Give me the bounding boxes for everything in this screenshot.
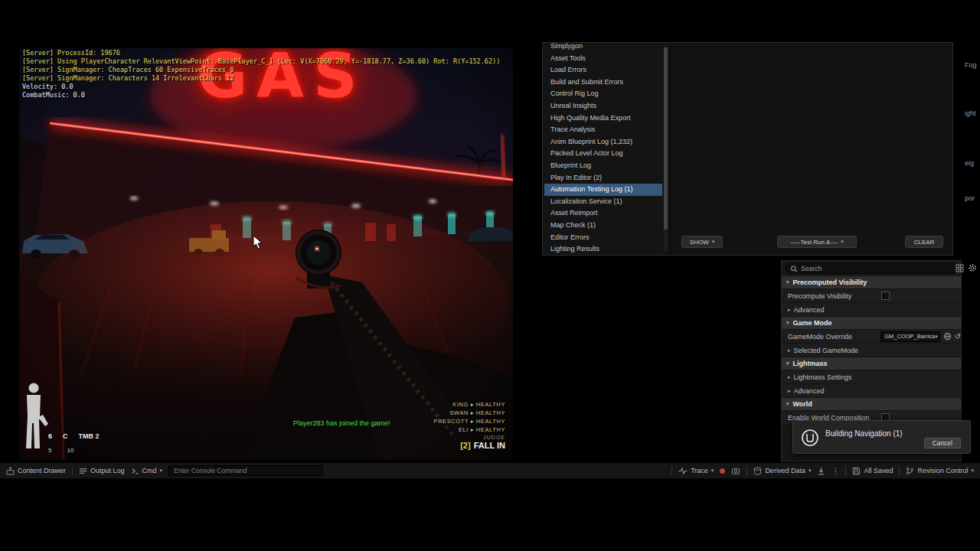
category-list-scrollbar[interactable] [664,46,668,251]
show-filter-button[interactable]: SHOW ▾ [681,236,723,248]
row-selected-gamemode[interactable]: ▸ Selected GameMode [782,344,961,357]
log-category[interactable]: Lighting Results [544,243,662,256]
all-saved-indicator[interactable]: All Saved [852,467,893,475]
cmd-label: Cmd [142,467,157,474]
separator [72,466,73,475]
mouse-cursor [253,235,263,250]
reset-to-default-icon[interactable]: ↺ [955,332,961,341]
chevron-right-icon: ▸ [788,388,791,394]
combat-music-line: CombatMusic: 0.0 [22,91,500,99]
message-log-content: SHOW ▾ -----Test Run 8---- ▾ CLEAR [670,43,952,255]
chevron-right-icon: ▸ [788,347,791,354]
chevron-down-icon: ▾ [786,401,789,407]
log-category[interactable]: Asset Reimport [544,207,662,220]
order-command-label: FALL IN [474,441,505,450]
ammo-firemode: C [63,432,68,440]
search-input[interactable] [801,265,952,272]
order-key: [2] [460,441,470,450]
log-category[interactable]: Trace Analysis [544,124,662,136]
chevron-down-icon: ▾ [712,239,715,245]
property-label: Selected GameMode [794,347,884,354]
revision-control-branch-icon [906,467,914,475]
trace-button[interactable]: Trace ▾ [678,467,714,475]
row-gamemode-override: GameMode Override GM_COOP_Barrica ▾ ↺ [782,330,961,344]
gamemode-override-dropdown[interactable]: GM_COOP_Barrica ▾ [880,331,940,342]
output-log-label: Output Log [90,467,125,474]
trace-record-icon[interactable] [720,468,725,474]
debug-line: [Server] SignManager: Characters 14 Irre… [22,74,500,83]
squad-order: JUDGE [2]FALL IN [460,435,505,450]
cmd-selector[interactable]: Cmd ▾ [131,467,163,475]
view-options-grid-icon[interactable] [956,264,964,272]
content-drawer-label: Content Drawer [18,467,66,474]
screenshot-camera-icon[interactable] [731,467,740,475]
log-category[interactable]: Map Check (1) [544,220,662,232]
chevron-down-icon: ▾ [711,468,714,474]
log-category[interactable]: Asset Tools [544,53,662,65]
chevron-right-icon: ▸ [788,307,791,313]
squad-status-list: KING ▸ HEALTHY SWAN ▸ HEALTHY PRESCOTT ▸… [434,400,505,434]
section-lightmass[interactable]: ▾ Lightmass [782,357,961,370]
clear-button[interactable]: CLEAR [905,236,943,248]
log-category[interactable]: Localization Service (1) [544,196,662,208]
soldier-stance-icon [19,381,50,454]
precompute-visibility-checkbox[interactable] [881,292,890,300]
section-game-mode[interactable]: ▾ Game Mode [782,317,961,330]
chevron-down-icon: ▾ [786,279,789,285]
chevron-down-icon: ▾ [160,468,163,474]
row-advanced-1[interactable]: ▸ Advanced [782,303,961,317]
separator [899,466,900,475]
output-log-button[interactable]: Output Log [79,467,125,475]
debug-line: [Server] Using PlayerCharacter RelevantV… [22,57,500,66]
log-category[interactable]: Blueprint Log [544,160,662,172]
section-label: Precomputed Visibility [793,279,867,286]
search-box[interactable] [785,263,958,274]
row-lightmass-settings[interactable]: ▸ Lightmass Settings [782,370,961,384]
derived-data-icon [753,467,762,475]
log-category[interactable]: Unreal Insights [544,100,662,112]
log-category[interactable]: Editor Errors [544,232,662,244]
row-advanced-2[interactable]: ▸ Advanced [782,384,961,398]
log-category[interactable]: Simplygon [544,41,662,53]
squad-status-row: ELI ▸ HEALTHY [434,425,505,434]
chevron-down-icon: ▾ [841,239,844,245]
ammo-total: 10 [67,447,74,454]
log-category-selected[interactable]: Automation Testing Log (1) [544,184,662,196]
log-category[interactable]: Packed Level Actor Log [544,148,662,160]
details-search-row [782,261,961,276]
game-viewport[interactable]: GAS [Server] ProcessId: 19676 [Server] U… [19,48,513,460]
more-options-kebab-icon[interactable]: ⋮ [831,467,839,475]
log-category[interactable]: Load Errors [544,64,662,77]
console-command-input[interactable] [168,465,323,476]
browse-globe-icon[interactable] [943,332,952,341]
content-drawer-button[interactable]: Content Drawer [6,467,66,475]
clipped-panel-label: eig [965,159,974,167]
revision-control-button[interactable]: Revision Control ▾ [906,467,974,475]
derived-data-button[interactable]: Derived Data ▾ [753,467,811,475]
log-category[interactable]: Control Rig Log [544,88,662,100]
scrollbar-thumb[interactable] [664,47,668,230]
advanced-label: Advanced [794,387,884,395]
separator [845,466,846,475]
log-category[interactable]: Anim Blueprint Log (1,232) [544,136,662,148]
property-label: Precompute Visibility [788,292,878,300]
show-label: SHOW [690,239,709,246]
output-log-icon [79,467,87,475]
download-icon[interactable] [817,467,825,475]
chevron-down-icon: ▾ [971,468,974,474]
log-category[interactable]: Play In Editor (2) [544,172,662,184]
gamemode-value: GM_COOP_Barrica [884,333,935,340]
test-run-selector[interactable]: -----Test Run 8---- ▾ [777,236,857,248]
cancel-button[interactable]: Cancel [924,438,961,448]
section-world[interactable]: ▾ World [782,398,961,411]
row-precompute-visibility: Precompute Visibility [782,289,961,303]
order-leader: JUDGE [460,435,505,440]
property-label: Lightmass Settings [794,373,884,381]
section-precomputed-visibility[interactable]: ▾ Precomputed Visibility [782,276,961,289]
settings-gear-icon[interactable] [968,263,977,272]
chevron-down-icon: ▾ [786,360,789,367]
log-category[interactable]: Build and Submit Errors [544,77,662,89]
clipped-panel-label: Fog [965,61,977,69]
log-category[interactable]: High Quality Media Export [544,112,662,125]
squad-status-row: SWAN ▸ HEALTHY [434,409,505,417]
